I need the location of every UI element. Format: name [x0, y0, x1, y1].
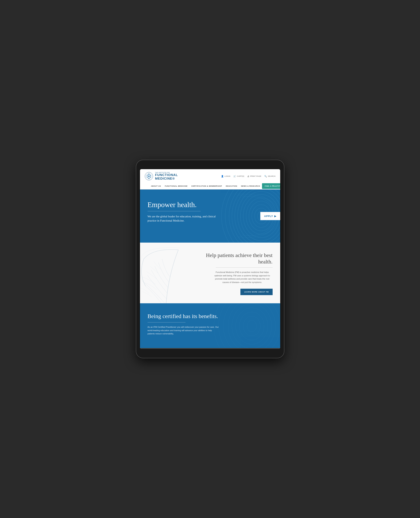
find-practitioner-button[interactable]: FIND A PRACTITIONER: [262, 183, 280, 189]
login-icon: 👤: [221, 175, 224, 178]
middle-left-illustration: [140, 243, 199, 303]
print-action[interactable]: 🖨 PRINT PAGE: [247, 175, 261, 177]
svg-point-33: [243, 316, 260, 336]
svg-point-35: [236, 308, 268, 344]
search-action[interactable]: 🔍 SEARCH: [264, 175, 276, 178]
middle-section: Help patients achieve their best health.…: [140, 243, 280, 303]
print-label: PRINT PAGE: [250, 175, 262, 177]
svg-point-32: [247, 320, 256, 332]
scroll-indicator: [140, 348, 280, 349]
bottom-body-text: As an IFM Certified Practitioner you wil…: [148, 325, 220, 336]
cart-action[interactable]: 🛒 CART(0): [233, 175, 244, 178]
svg-point-36: [232, 304, 272, 348]
svg-line-15: [147, 174, 149, 175]
site-header: THE INSTITUTE FOR FUNCTIONAL MEDICINE® 👤…: [140, 169, 280, 189]
tablet-screen: THE INSTITUTE FOR FUNCTIONAL MEDICINE® 👤…: [140, 169, 280, 349]
leaf-illustration: [140, 243, 195, 303]
print-icon: 🖨: [247, 175, 249, 177]
middle-right-content: Help patients achieve their best health.…: [199, 243, 280, 303]
nav-about[interactable]: ABOUT US: [149, 183, 163, 189]
hero-divider: [148, 211, 201, 211]
logo-icon: [144, 172, 153, 181]
svg-line-13: [147, 177, 149, 178]
svg-point-37: [228, 303, 276, 349]
apply-arrow-icon: ▶: [274, 215, 276, 217]
nav-education[interactable]: EDUCATION: [224, 183, 239, 189]
main-nav: ABOUT US FUNCTIONAL MEDICINE CERTIFICATI…: [144, 183, 276, 189]
nav-functional-medicine[interactable]: FUNCTIONAL MEDICINE: [163, 183, 189, 189]
bottom-title: Being certified has its benefits.: [148, 313, 229, 320]
nav-certification[interactable]: CERTIFICATION & MEMBERSHIP: [189, 183, 224, 189]
middle-body-text: Functional Medicine (FM) is proactive me…: [212, 271, 273, 284]
hero-section: Empower health. We are the global leader…: [140, 189, 280, 243]
login-label: LOGIN: [225, 175, 230, 177]
logo-area[interactable]: THE INSTITUTE FOR FUNCTIONAL MEDICINE®: [144, 172, 178, 181]
logo-text: THE INSTITUTE FOR FUNCTIONAL MEDICINE®: [155, 172, 178, 180]
apply-button[interactable]: APPLY ▶: [260, 212, 280, 220]
apply-label: APPLY: [264, 215, 273, 217]
middle-divider: [216, 267, 273, 268]
logo-functional: FUNCTIONAL: [155, 173, 178, 177]
cart-label: CART(0): [237, 175, 244, 177]
login-action[interactable]: 👤 LOGIN: [221, 175, 230, 178]
tablet-frame: THE INSTITUTE FOR FUNCTIONAL MEDICINE® 👤…: [136, 160, 284, 358]
logo-medicine: MEDICINE®: [155, 177, 178, 181]
bottom-section: Being certified has its benefits. As an …: [140, 303, 280, 349]
search-label: SEARCH: [268, 175, 276, 177]
header-top: THE INSTITUTE FOR FUNCTIONAL MEDICINE® 👤…: [144, 172, 276, 183]
header-actions: 👤 LOGIN 🛒 CART(0) 🖨 PRINT PAGE 🔍 SEARCH: [221, 175, 276, 178]
svg-line-10: [149, 174, 151, 175]
search-icon: 🔍: [264, 175, 267, 178]
hero-content: Empower health. We are the global leader…: [148, 201, 216, 223]
middle-title: Help patients achieve their best health.: [204, 252, 272, 265]
svg-line-12: [149, 177, 151, 178]
hero-subtitle: We are the global leader for education, …: [148, 214, 216, 223]
nav-news[interactable]: NEWS & RESEARCH: [239, 183, 262, 189]
hero-title: Empower health.: [148, 201, 216, 209]
learn-more-button[interactable]: LEARN MORE ABOUT FM: [240, 289, 272, 295]
bottom-content: Being certified has its benefits. As an …: [148, 313, 229, 336]
cart-icon: 🛒: [233, 175, 236, 178]
